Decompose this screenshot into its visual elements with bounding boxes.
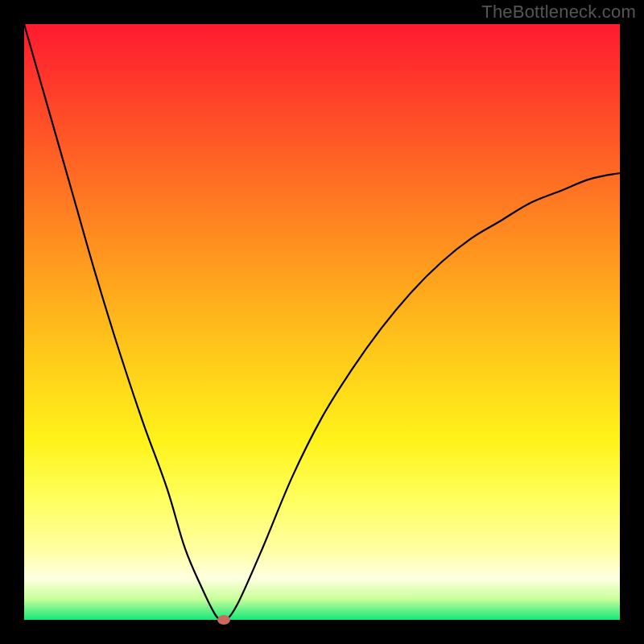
watermark-text: TheBottleneck.com <box>481 2 636 23</box>
chart-frame: TheBottleneck.com <box>0 0 644 644</box>
plot-area <box>24 24 620 620</box>
optimal-point-marker <box>217 615 230 625</box>
bottleneck-curve <box>24 24 620 620</box>
curve-path <box>24 24 620 621</box>
